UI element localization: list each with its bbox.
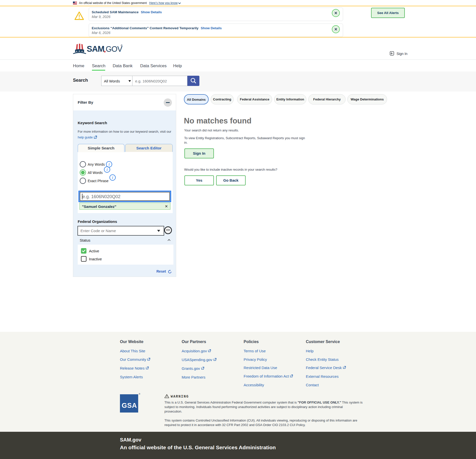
svg-text:★: ★ <box>78 50 80 52</box>
svg-text:★: ★ <box>76 50 77 52</box>
svg-text:GOV: GOV <box>106 45 122 53</box>
svg-text:SAM: SAM <box>87 44 104 53</box>
svg-text:®: ® <box>121 44 123 47</box>
svg-text:★: ★ <box>81 50 83 52</box>
